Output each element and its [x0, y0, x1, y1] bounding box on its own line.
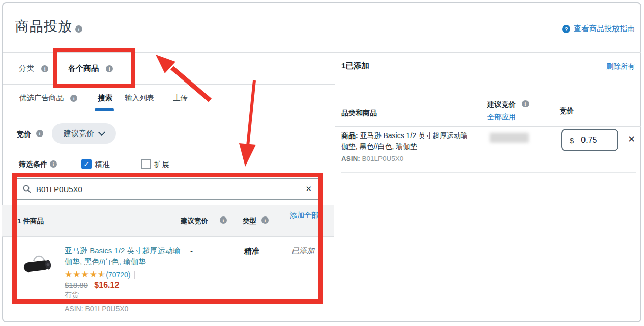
product-image: [21, 252, 54, 279]
product-asin: ASIN: B01LP0U5X0: [65, 305, 128, 313]
col-bid: 竞价: [560, 106, 574, 116]
question-icon: ?: [562, 25, 570, 33]
search-input[interactable]: [35, 184, 305, 194]
bid-input[interactable]: [580, 135, 609, 145]
clear-search-icon[interactable]: ✕: [305, 184, 312, 194]
exact-label: 精准: [95, 160, 110, 170]
redacted-suggested-bid: [490, 133, 529, 143]
bid-info-icon[interactable]: i: [36, 130, 43, 137]
subtab-search[interactable]: 搜索: [98, 93, 112, 103]
half-star-icon: ★★: [98, 269, 106, 280]
tab-category[interactable]: 分类 i: [19, 64, 48, 73]
star-rating: ★ ★ ★ ★ ★★ (70720) |: [65, 269, 136, 280]
star-icon: ★: [65, 269, 73, 280]
col-suggested-bid: 建议竞价: [181, 216, 208, 226]
match-type-value: 精准: [244, 247, 259, 256]
exact-checkbox[interactable]: ✓: [81, 159, 92, 169]
availability: 有货: [65, 291, 79, 300]
remove-item-icon[interactable]: ✕: [628, 133, 635, 145]
suggested-bid-info-icon[interactable]: i: [220, 216, 227, 224]
col-category-product: 品类和商品: [341, 108, 377, 118]
subtab-upload[interactable]: 上传: [173, 93, 188, 103]
expand-label: 扩展: [154, 160, 169, 170]
row-divider: [15, 316, 329, 316]
featured-products-info-icon[interactable]: i: [70, 95, 77, 102]
subtab-enter-list[interactable]: 输入列表: [125, 93, 154, 103]
expand-checkbox[interactable]: [141, 159, 151, 169]
guide-link[interactable]: ? 查看商品投放指南: [562, 24, 635, 34]
tabs-divider: [3, 84, 335, 85]
added-columns-divider: [335, 126, 641, 127]
check-icon: ✓: [83, 160, 90, 168]
current-price: $16.12: [94, 281, 119, 289]
type-info-icon[interactable]: i: [261, 216, 269, 224]
product-targeting-screen: 商品投放 i ? 查看商品投放指南 分类 i 各个商品 i 优选广告商品 i 搜…: [0, 0, 644, 326]
divider-bar: |: [134, 270, 136, 279]
tab-individual-products[interactable]: 各个商品 i: [68, 64, 113, 73]
panel-divider: [335, 52, 335, 322]
product-link[interactable]: 亚马逊 Basics 1/2 英寸超厚运动瑜伽垫, 黑色//白色, 瑜伽垫: [65, 245, 188, 267]
active-subtab-underline: [95, 108, 114, 111]
results-count: 1 件商品: [17, 216, 44, 226]
subtabs-divider: [3, 112, 335, 112]
bid-label: 竞价: [17, 130, 31, 139]
star-icon: ★: [81, 269, 90, 280]
price-row: $18.80 $16.12: [65, 281, 119, 290]
chevron-down-icon: [98, 129, 105, 136]
suggested-bid-right-info-icon[interactable]: i: [522, 100, 529, 107]
added-item-prefix: 商品:: [341, 131, 358, 140]
added-row-divider: [341, 172, 636, 173]
rating-count[interactable]: (70720): [106, 270, 130, 279]
remove-all-link[interactable]: 删除所有: [606, 62, 635, 71]
added-count-header: 1已添加: [341, 61, 369, 71]
guide-link-label: 查看商品投放指南: [574, 24, 635, 34]
filter-label: 筛选条件: [19, 160, 47, 169]
col-suggested-bid-right: 建议竞价: [487, 100, 516, 110]
title-info-icon[interactable]: i: [75, 25, 82, 33]
search-icon: [23, 185, 31, 193]
old-price: $18.80: [65, 281, 88, 289]
added-item-title: 商品: 亚马逊 Basics 1/2 英寸超厚运动瑜伽垫, 黑色//白色, 瑜伽…: [341, 130, 471, 152]
col-type: 类型: [243, 216, 256, 226]
apply-all-link[interactable]: 全部应用: [487, 113, 516, 122]
suggested-bid-value: -: [190, 247, 193, 255]
subtab-featured-products[interactable]: 优选广告商品 i: [19, 93, 77, 103]
results-header-row: [2, 205, 334, 237]
suggested-bid-dropdown[interactable]: 建议竞价: [52, 123, 116, 144]
category-info-icon[interactable]: i: [41, 65, 48, 72]
individual-products-info-icon[interactable]: i: [106, 65, 113, 72]
star-icon: ★: [73, 269, 81, 280]
star-icon: ★: [90, 269, 98, 280]
filter-info-icon[interactable]: i: [50, 160, 57, 168]
header-divider: [3, 52, 641, 53]
currency-symbol: $: [570, 136, 574, 145]
search-box: ✕: [15, 178, 320, 200]
added-status: 已添加: [291, 246, 314, 256]
added-item-asin: ASIN: B01LP0U5X0: [341, 155, 403, 162]
page-title: 商品投放: [15, 17, 72, 36]
added-header-divider: [335, 78, 641, 78]
add-all-link[interactable]: 添加全部: [290, 210, 318, 221]
bid-input-group: $: [561, 129, 618, 151]
